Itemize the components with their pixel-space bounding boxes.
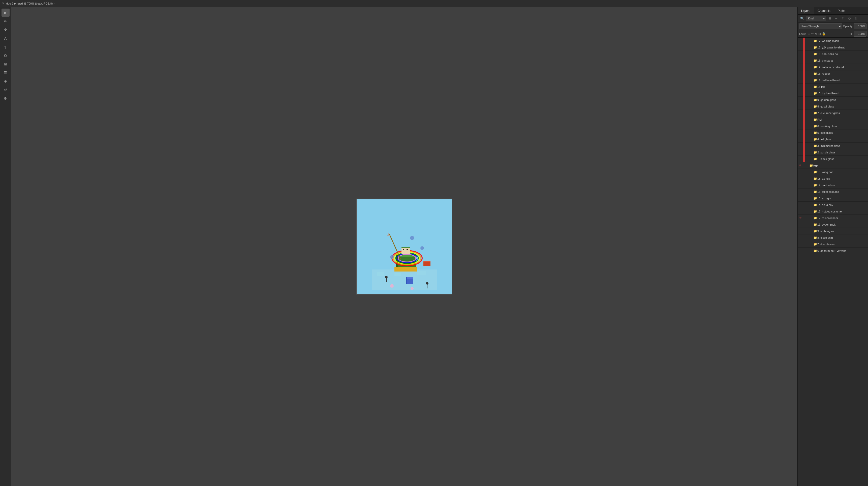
layer-visibility[interactable] xyxy=(798,110,803,116)
layer-visibility[interactable] xyxy=(798,234,803,241)
layer-visibility[interactable] xyxy=(798,221,803,228)
paragraph-tool[interactable]: ¶ xyxy=(1,43,9,51)
layer-row[interactable]: ▶📁15. ao nguc xyxy=(798,195,868,202)
layer-visibility[interactable] xyxy=(798,136,803,143)
layer-visibility[interactable] xyxy=(798,77,803,84)
layer-row[interactable]: ▶📁6. ao trum mu~ vit vang xyxy=(798,248,868,254)
layer-row[interactable]: ▶📁4. full glass xyxy=(798,136,868,143)
shape-filter-icon[interactable]: ⬡ xyxy=(846,16,852,21)
add-tool[interactable]: ⊕ xyxy=(1,77,9,85)
layer-row[interactable]: ▶📁10. try-hard band xyxy=(798,90,868,97)
layer-visibility[interactable] xyxy=(798,156,803,162)
layers-list[interactable]: ▶📁17. welding mask▶📁12. y2k glass forehe… xyxy=(798,37,868,486)
close-button[interactable]: ✕ xyxy=(2,2,4,5)
layer-row[interactable]: ▶📁11. led head band xyxy=(798,77,868,84)
layer-row[interactable]: ▶📁RM xyxy=(798,116,868,123)
layer-visibility[interactable]: 👁 xyxy=(798,162,803,169)
lock-all[interactable]: 🔒 xyxy=(822,32,826,35)
brush-tool[interactable]: ✏ xyxy=(1,17,9,25)
layer-visibility[interactable] xyxy=(798,90,803,97)
layer-row[interactable]: ▶📁13. hotdog costume xyxy=(798,208,868,215)
layer-row[interactable]: 👁▼📁top xyxy=(798,162,868,169)
layer-row[interactable]: ▶📁17. carton box xyxy=(798,182,868,189)
layer-row[interactable]: ▶📁18.loki xyxy=(798,84,868,90)
layer-row[interactable]: ▶📁11. cyber truck xyxy=(798,221,868,228)
lock-move[interactable]: ✥ xyxy=(815,32,817,35)
blend-mode-select[interactable]: Pass Through xyxy=(799,24,842,29)
pixel-art-canvas xyxy=(356,199,452,294)
layer-visibility[interactable]: 👁 xyxy=(798,215,803,221)
layer-row[interactable]: ▶📁14. ao la cay xyxy=(798,202,868,208)
layer-visibility[interactable] xyxy=(798,84,803,90)
smart-filter-icon[interactable]: ⊛ xyxy=(853,16,859,21)
layer-row[interactable]: 👁▶📁12. rainbow neck xyxy=(798,215,868,221)
layer-visibility[interactable] xyxy=(798,97,803,103)
layer-row[interactable]: ▶📁7. dracula vest xyxy=(798,241,868,248)
layer-visibility[interactable] xyxy=(798,208,803,215)
transform-tool[interactable]: ✥ xyxy=(1,26,9,34)
settings-tool[interactable]: ⚙ xyxy=(1,94,9,103)
folder-icon: 📁 xyxy=(813,249,817,253)
opacity-input[interactable] xyxy=(854,24,867,29)
layer-row[interactable]: ▶📁16. toilet costume xyxy=(798,189,868,195)
layer-visibility[interactable] xyxy=(798,169,803,175)
tab-channels[interactable]: Channels xyxy=(814,7,834,15)
layer-visibility[interactable] xyxy=(798,182,803,189)
layer-row[interactable]: ▶📁15. bandana xyxy=(798,57,868,64)
layer-visibility[interactable] xyxy=(798,64,803,70)
layer-visibility[interactable] xyxy=(798,202,803,208)
layer-visibility[interactable] xyxy=(798,195,803,202)
glyph-tool[interactable]: Ω xyxy=(1,52,9,60)
layer-row[interactable]: ▶📁3. minimalist glass xyxy=(798,143,868,149)
text-filter-icon[interactable]: T xyxy=(840,16,845,21)
move-tool[interactable]: ▶ xyxy=(1,8,9,17)
frame-tool[interactable]: ⊞ xyxy=(1,60,9,68)
layer-visibility[interactable] xyxy=(798,248,803,254)
history-tool[interactable]: ↺ xyxy=(1,86,9,94)
layer-row[interactable]: ▶📁2. purple glass xyxy=(798,149,868,156)
layer-row[interactable]: ▶📁16. babushka boi xyxy=(798,51,868,57)
layer-row[interactable]: ▶📁7. cucumber glass xyxy=(798,110,868,116)
layer-visibility[interactable] xyxy=(798,189,803,195)
layer-visibility[interactable] xyxy=(798,241,803,248)
layer-visibility[interactable] xyxy=(798,116,803,123)
layer-row[interactable]: ▶📁5. cool glass xyxy=(798,130,868,136)
layer-row[interactable]: ▶📁12. y2k glass forehead xyxy=(798,44,868,51)
layer-visibility[interactable] xyxy=(798,51,803,57)
fill-input[interactable] xyxy=(854,31,867,36)
layer-row[interactable]: ▶📁1. black glass xyxy=(798,156,868,162)
filter-select[interactable]: Kind xyxy=(806,16,826,21)
layer-row[interactable]: ▶📁8. disco shirt xyxy=(798,234,868,241)
tab-paths[interactable]: Paths xyxy=(834,7,849,15)
layer-row[interactable]: ▶📁17. welding mask xyxy=(798,37,868,44)
layer-visibility[interactable] xyxy=(798,149,803,156)
layer-row[interactable]: ▶📁9. ao bong ro xyxy=(798,228,868,234)
layer-visibility[interactable] xyxy=(798,130,803,136)
layer-row[interactable]: ▶📁9. golden glass xyxy=(798,97,868,103)
layer-visibility[interactable] xyxy=(798,37,803,44)
layer-visibility[interactable] xyxy=(798,44,803,51)
lock-artboard[interactable]: ⊡ xyxy=(818,32,821,35)
layer-visibility[interactable] xyxy=(798,175,803,182)
text-tool[interactable]: A xyxy=(1,34,9,42)
note-tool[interactable]: ☰ xyxy=(1,69,9,77)
layer-row[interactable]: ▶📁13. robber xyxy=(798,70,868,77)
lock-checkerboard[interactable]: ⊞ xyxy=(808,32,810,35)
layer-row[interactable]: ▶📁14. salmon headscarf xyxy=(798,64,868,70)
layer-row[interactable]: ▶📁10. vong hoa xyxy=(798,169,868,175)
layer-visibility[interactable] xyxy=(798,143,803,149)
layer-visibility[interactable] xyxy=(798,228,803,234)
pixel-filter-icon[interactable]: ⊞ xyxy=(827,16,833,21)
layer-visibility[interactable] xyxy=(798,57,803,64)
brush-filter-icon[interactable]: ✏ xyxy=(834,16,839,21)
layer-visibility[interactable] xyxy=(798,103,803,110)
layer-visibility[interactable] xyxy=(798,123,803,130)
layer-row[interactable]: ▶📁6. working class xyxy=(798,123,868,130)
layer-row[interactable]: ▶📁8. gucci glass xyxy=(798,103,868,110)
layer-visibility[interactable] xyxy=(798,70,803,77)
layer-row[interactable]: ▶📁18. ao loki xyxy=(798,175,868,182)
layer-color-bar xyxy=(803,169,805,175)
lock-brush[interactable]: ✏ xyxy=(811,32,814,35)
layer-color-bar xyxy=(803,175,805,182)
tab-layers[interactable]: Layers xyxy=(798,7,814,15)
